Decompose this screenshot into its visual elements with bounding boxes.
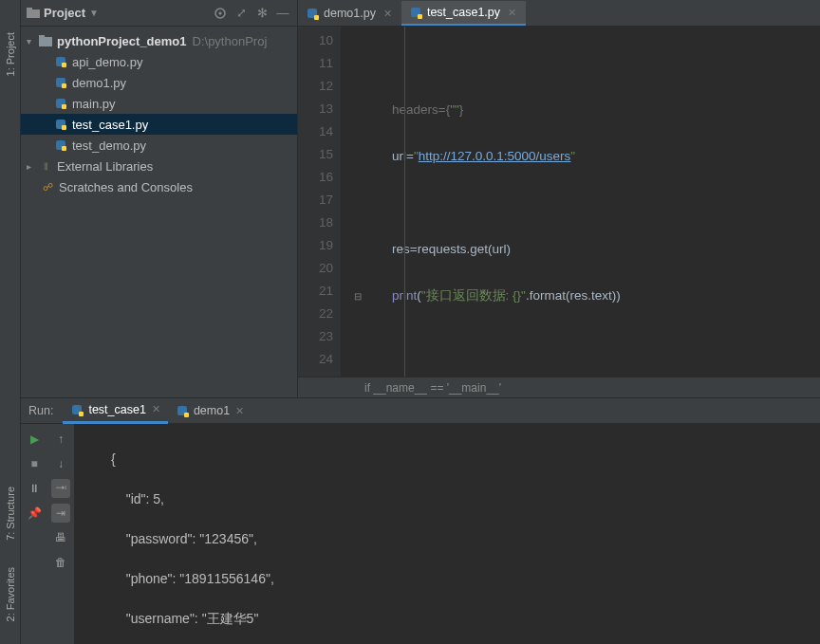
console-output[interactable]: { "id": 5, "password": "123456", "phone"… xyxy=(74,424,820,644)
tab-label: demo1.py xyxy=(324,7,376,20)
run-label: Run: xyxy=(28,404,53,417)
tool-window-favorites[interactable]: 2: Favorites xyxy=(5,563,16,625)
svg-rect-0 xyxy=(27,9,40,18)
project-title[interactable]: Project ▼ xyxy=(27,6,99,20)
python-icon xyxy=(176,404,189,417)
project-tree: ▾ pythonProject_demo1 D:\pythonProj api_… xyxy=(21,27,297,397)
tree-scratches[interactable]: ☍Scratches and Consoles xyxy=(21,176,297,197)
file-label: test_demo.py xyxy=(72,138,146,153)
editor-tab-active[interactable]: test_case1.py✕ xyxy=(401,1,526,26)
editor-tab[interactable]: demo1.py✕ xyxy=(298,1,401,26)
locate-icon[interactable] xyxy=(212,5,229,22)
external-libs-label: External Libraries xyxy=(57,159,153,174)
up-button[interactable]: ↑ xyxy=(51,430,70,449)
tree-file[interactable]: demo1.py xyxy=(21,72,297,93)
tool-window-structure[interactable]: 7: Structure xyxy=(5,483,16,544)
editor-tabs: demo1.py✕ test_case1.py✕ xyxy=(298,0,820,27)
left-tool-strip: 1: Project 7: Structure 2: Favorites xyxy=(0,0,21,644)
breadcrumb[interactable]: if __name__ == '__main__' xyxy=(298,377,820,397)
close-icon[interactable]: ✕ xyxy=(383,8,392,20)
project-header: Project ▼ ⤢ ✻ — xyxy=(21,0,297,27)
tree-file[interactable]: main.py xyxy=(21,93,297,114)
root-name: pythonProject_demo1 xyxy=(57,34,187,48)
gear-icon[interactable]: ✻ xyxy=(253,5,270,22)
root-path: D:\pythonProj xyxy=(193,34,268,48)
pin-button[interactable]: 📌 xyxy=(25,504,44,523)
svg-point-3 xyxy=(219,11,222,14)
run-toolbar-primary: ▶ ■ ⏸ 📌 xyxy=(21,424,47,644)
close-icon[interactable]: ✕ xyxy=(508,7,516,19)
code-editor[interactable]: 10111213 14151617 18192021 22232425 head… xyxy=(298,27,820,377)
print-button[interactable]: 🖶 xyxy=(51,528,70,547)
file-label: demo1.py xyxy=(72,76,126,90)
scroll-end-button[interactable]: ⇥ xyxy=(51,504,70,523)
close-icon[interactable]: ✕ xyxy=(235,405,244,417)
tree-root[interactable]: ▾ pythonProject_demo1 D:\pythonProj xyxy=(21,30,297,51)
run-header: Run: test_case1✕ demo1✕ xyxy=(21,398,820,424)
project-title-text: Project xyxy=(44,6,85,20)
rerun-button[interactable]: ▶ xyxy=(25,430,44,449)
file-label: test_case1.py xyxy=(72,118,148,132)
run-tab-label: demo1 xyxy=(194,404,230,417)
file-label: main.py xyxy=(72,97,116,111)
project-panel: Project ▼ ⤢ ✻ — ▾ pythonProject_demo1 D:… xyxy=(21,0,298,397)
hide-icon[interactable]: — xyxy=(274,5,291,22)
expand-all-icon[interactable]: ⤢ xyxy=(233,5,250,22)
tree-file-selected[interactable]: test_case1.py xyxy=(21,114,297,135)
scratches-label: Scratches and Consoles xyxy=(59,180,193,194)
pause-button[interactable]: ⏸ xyxy=(25,479,44,498)
stop-button[interactable]: ■ xyxy=(25,454,44,473)
file-label: api_demo.py xyxy=(72,55,142,69)
tab-label: test_case1.py xyxy=(427,6,500,19)
tree-external-libs[interactable]: ▸⫴External Libraries xyxy=(21,156,297,176)
code-lines[interactable]: headers={""} url="http://127.0.0.1:5000/… xyxy=(341,27,820,377)
down-button[interactable]: ↓ xyxy=(51,454,70,473)
python-icon xyxy=(409,6,422,19)
python-icon xyxy=(70,403,84,416)
run-toolbar-secondary: ↑ ↓ ⭲ ⇥ 🖶 🗑 xyxy=(47,424,74,644)
soft-wrap-button[interactable]: ⭲ xyxy=(51,479,70,498)
tree-file[interactable]: api_demo.py xyxy=(21,51,297,72)
svg-rect-4 xyxy=(39,37,52,46)
svg-rect-5 xyxy=(39,35,45,38)
gutter: 10111213 14151617 18192021 22232425 xyxy=(298,27,341,377)
editor-area: demo1.py✕ test_case1.py✕ 10111213 141516… xyxy=(298,0,820,397)
run-panel: Run: test_case1✕ demo1✕ ▶ ■ ⏸ 📌 ↑ ↓ ⭲ ⇥ … xyxy=(21,398,820,644)
clear-button[interactable]: 🗑 xyxy=(51,553,70,572)
run-tab-label: test_case1 xyxy=(88,403,145,416)
run-tab-active[interactable]: test_case1✕ xyxy=(63,398,167,424)
python-icon xyxy=(306,7,319,20)
close-icon[interactable]: ✕ xyxy=(152,403,160,415)
tool-window-project[interactable]: 1: Project xyxy=(5,28,16,80)
tree-file[interactable]: test_demo.py xyxy=(21,135,297,156)
run-tab[interactable]: demo1✕ xyxy=(168,398,252,424)
svg-rect-1 xyxy=(27,8,32,10)
